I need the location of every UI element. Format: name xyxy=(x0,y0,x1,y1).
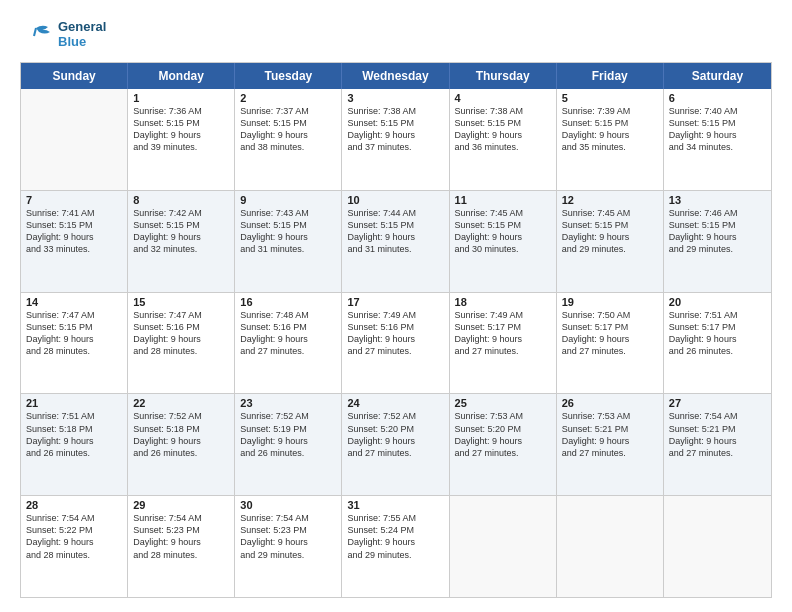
day-number: 11 xyxy=(455,194,551,206)
calendar-cell: 16Sunrise: 7:48 AMSunset: 5:16 PMDayligh… xyxy=(235,293,342,394)
day-of-week-header: Saturday xyxy=(664,63,771,89)
day-of-week-header: Thursday xyxy=(450,63,557,89)
cell-info-line: Sunrise: 7:37 AM xyxy=(240,105,336,117)
cell-info-line: and 26 minutes. xyxy=(669,345,766,357)
calendar-cell: 18Sunrise: 7:49 AMSunset: 5:17 PMDayligh… xyxy=(450,293,557,394)
cell-info-line: Sunrise: 7:41 AM xyxy=(26,207,122,219)
cell-info-line: and 37 minutes. xyxy=(347,141,443,153)
day-number: 12 xyxy=(562,194,658,206)
calendar-cell-empty xyxy=(664,496,771,597)
cell-info-line: Sunrise: 7:55 AM xyxy=(347,512,443,524)
cell-info-line: Daylight: 9 hours xyxy=(455,435,551,447)
cell-info-line: Daylight: 9 hours xyxy=(347,435,443,447)
cell-info-line: Sunrise: 7:36 AM xyxy=(133,105,229,117)
cell-info-line: Sunset: 5:16 PM xyxy=(240,321,336,333)
cell-info-line: Sunset: 5:23 PM xyxy=(240,524,336,536)
cell-info-line: and 26 minutes. xyxy=(240,447,336,459)
calendar-cell: 5Sunrise: 7:39 AMSunset: 5:15 PMDaylight… xyxy=(557,89,664,190)
cell-info-line: Sunset: 5:17 PM xyxy=(455,321,551,333)
cell-info-line: and 32 minutes. xyxy=(133,243,229,255)
day-number: 26 xyxy=(562,397,658,409)
day-number: 27 xyxy=(669,397,766,409)
day-number: 2 xyxy=(240,92,336,104)
day-of-week-header: Friday xyxy=(557,63,664,89)
cell-info-line: Sunrise: 7:52 AM xyxy=(240,410,336,422)
cell-info-line: Sunrise: 7:54 AM xyxy=(26,512,122,524)
cell-info-line: and 29 minutes. xyxy=(240,549,336,561)
cell-info-line: Sunrise: 7:54 AM xyxy=(240,512,336,524)
cell-info-line: Sunset: 5:15 PM xyxy=(455,117,551,129)
cell-info-line: Daylight: 9 hours xyxy=(669,231,766,243)
cell-info-line: Sunset: 5:15 PM xyxy=(26,219,122,231)
day-number: 4 xyxy=(455,92,551,104)
calendar-cell: 25Sunrise: 7:53 AMSunset: 5:20 PMDayligh… xyxy=(450,394,557,495)
cell-info-line: Sunset: 5:17 PM xyxy=(669,321,766,333)
cell-info-line: Daylight: 9 hours xyxy=(669,435,766,447)
cell-info-line: and 29 minutes. xyxy=(669,243,766,255)
cell-info-line: Sunrise: 7:47 AM xyxy=(133,309,229,321)
logo-bird-icon xyxy=(20,18,54,52)
cell-info-line: Daylight: 9 hours xyxy=(562,129,658,141)
calendar-row: 14Sunrise: 7:47 AMSunset: 5:15 PMDayligh… xyxy=(21,292,771,394)
day-of-week-header: Tuesday xyxy=(235,63,342,89)
calendar-cell: 20Sunrise: 7:51 AMSunset: 5:17 PMDayligh… xyxy=(664,293,771,394)
cell-info-line: and 27 minutes. xyxy=(455,345,551,357)
cell-info-line: Sunset: 5:15 PM xyxy=(562,117,658,129)
cell-info-line: Daylight: 9 hours xyxy=(347,231,443,243)
calendar-cell: 21Sunrise: 7:51 AMSunset: 5:18 PMDayligh… xyxy=(21,394,128,495)
cell-info-line: Sunset: 5:17 PM xyxy=(562,321,658,333)
cell-info-line: Sunrise: 7:51 AM xyxy=(669,309,766,321)
calendar-cell: 17Sunrise: 7:49 AMSunset: 5:16 PMDayligh… xyxy=(342,293,449,394)
cell-info-line: Sunrise: 7:44 AM xyxy=(347,207,443,219)
cell-info-line: Sunrise: 7:46 AM xyxy=(669,207,766,219)
cell-info-line: Sunset: 5:15 PM xyxy=(347,117,443,129)
cell-info-line: Sunrise: 7:50 AM xyxy=(562,309,658,321)
cell-info-line: Sunrise: 7:49 AM xyxy=(455,309,551,321)
cell-info-line: Daylight: 9 hours xyxy=(562,231,658,243)
cell-info-line: Daylight: 9 hours xyxy=(240,536,336,548)
day-number: 18 xyxy=(455,296,551,308)
logo-general: General xyxy=(58,20,106,35)
day-number: 28 xyxy=(26,499,122,511)
cell-info-line: and 29 minutes. xyxy=(562,243,658,255)
day-number: 9 xyxy=(240,194,336,206)
day-number: 5 xyxy=(562,92,658,104)
cell-info-line: and 28 minutes. xyxy=(133,549,229,561)
calendar-cell: 23Sunrise: 7:52 AMSunset: 5:19 PMDayligh… xyxy=(235,394,342,495)
cell-info-line: and 26 minutes. xyxy=(26,447,122,459)
cell-info-line: Sunrise: 7:53 AM xyxy=(455,410,551,422)
cell-info-line: Sunset: 5:23 PM xyxy=(133,524,229,536)
cell-info-line: Sunset: 5:24 PM xyxy=(347,524,443,536)
cell-info-line: Daylight: 9 hours xyxy=(240,435,336,447)
header: General Blue xyxy=(20,18,772,52)
cell-info-line: and 33 minutes. xyxy=(26,243,122,255)
cell-info-line: and 28 minutes. xyxy=(26,549,122,561)
cell-info-line: Daylight: 9 hours xyxy=(347,129,443,141)
day-number: 24 xyxy=(347,397,443,409)
day-number: 23 xyxy=(240,397,336,409)
day-number: 8 xyxy=(133,194,229,206)
day-number: 21 xyxy=(26,397,122,409)
calendar-cell-empty xyxy=(21,89,128,190)
cell-info-line: Sunset: 5:19 PM xyxy=(240,423,336,435)
cell-info-line: Daylight: 9 hours xyxy=(133,333,229,345)
day-number: 1 xyxy=(133,92,229,104)
cell-info-line: Daylight: 9 hours xyxy=(455,333,551,345)
cell-info-line: and 28 minutes. xyxy=(26,345,122,357)
page: General Blue SundayMondayTuesdayWednesda… xyxy=(0,0,792,612)
calendar-cell-empty xyxy=(557,496,664,597)
calendar-row: 1Sunrise: 7:36 AMSunset: 5:15 PMDaylight… xyxy=(21,89,771,190)
calendar-cell: 22Sunrise: 7:52 AMSunset: 5:18 PMDayligh… xyxy=(128,394,235,495)
cell-info-line: Sunset: 5:15 PM xyxy=(669,219,766,231)
cell-info-line: and 27 minutes. xyxy=(455,447,551,459)
cell-info-line: and 30 minutes. xyxy=(455,243,551,255)
cell-info-line: Daylight: 9 hours xyxy=(240,333,336,345)
day-number: 10 xyxy=(347,194,443,206)
cell-info-line: Daylight: 9 hours xyxy=(133,435,229,447)
day-number: 6 xyxy=(669,92,766,104)
cell-info-line: Daylight: 9 hours xyxy=(455,129,551,141)
cell-info-line: Sunset: 5:22 PM xyxy=(26,524,122,536)
calendar-cell: 7Sunrise: 7:41 AMSunset: 5:15 PMDaylight… xyxy=(21,191,128,292)
cell-info-line: Sunrise: 7:53 AM xyxy=(562,410,658,422)
calendar: SundayMondayTuesdayWednesdayThursdayFrid… xyxy=(20,62,772,598)
